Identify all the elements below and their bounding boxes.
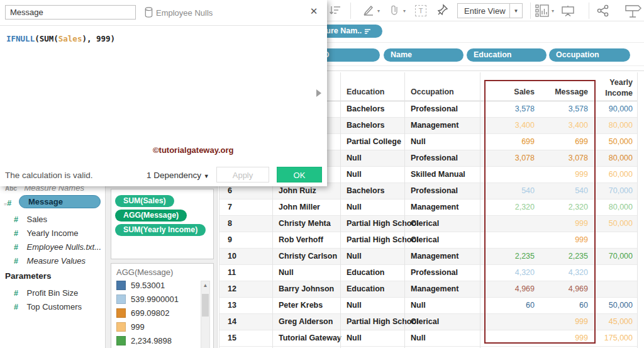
legend-item[interactable]: 999 [116, 322, 145, 332]
fit-selector[interactable]: Entire View ▼ [457, 3, 523, 18]
table-row[interactable]: 13Peter KrebsNullNull606050,000 [219, 298, 637, 314]
field-employee-nulls-txt-[interactable]: # Employee Nulls.txt... [14, 242, 101, 252]
cell-num: 13 [228, 301, 253, 310]
cell-occupation: Professional [411, 154, 458, 162]
row-pill-occupation[interactable]: Occupation [549, 48, 630, 62]
col-header-education[interactable]: Education [347, 87, 384, 96]
scrollbar-thumb[interactable] [202, 294, 209, 317]
highlight-pen-icon[interactable] [363, 4, 374, 16]
cell-income: 70,000 [591, 186, 633, 195]
show-cards-dropdown-icon[interactable]: ▾ [552, 8, 554, 14]
table-row[interactable]: 10Christy CarlsonNullManagement2,2352,23… [219, 249, 637, 265]
table-row[interactable]: 7John MillerNullManagement2,3202,32080,0… [219, 199, 637, 216]
formula-token: ) [82, 34, 87, 43]
table-row[interactable]: 11NullEducationProfessional4,3204,320 [219, 265, 637, 281]
row-pill-education[interactable]: Education [467, 48, 547, 62]
parameters-header: Parameters [5, 271, 52, 281]
cell-education: Null [347, 252, 362, 261]
watermark: ©tutorialgateway.org [153, 145, 234, 155]
table-row[interactable]: 15Tutorial GatewayNullNull999175,000 [219, 330, 637, 347]
apply-button[interactable]: Apply [216, 167, 269, 182]
cell-message: 60 [543, 301, 588, 310]
cell-education: Null [347, 301, 362, 310]
share-icon[interactable] [597, 4, 609, 17]
scroll-up-icon[interactable]: ▲ [201, 283, 209, 288]
cell-message: 2,320 [543, 203, 588, 211]
formula-editor[interactable]: IFNULL(SUM(Sales), 999) [6, 34, 115, 43]
legend-swatch [116, 281, 126, 290]
close-icon[interactable]: ✕ [307, 4, 321, 18]
marks-pills: SUM(Sales)AGG(Message)SUM(Yearly Income) [115, 195, 213, 236]
row-pill-name[interactable]: Name [384, 48, 464, 62]
table-row[interactable]: 8Christy MehtaPartial High SchoolClerica… [219, 216, 637, 232]
legend-label: 999 [131, 322, 145, 332]
formula-token: ( [53, 34, 58, 43]
cell-name: John Ruiz [279, 186, 316, 195]
pin-icon[interactable] [437, 4, 448, 16]
cell-name: Peter Krebs [279, 301, 323, 310]
legend-label: 539.9900001 [131, 295, 179, 304]
legend-item[interactable]: 59.53001 [116, 281, 165, 290]
col-header-income-line1[interactable]: Yearly [591, 78, 633, 87]
parameter-top-customers[interactable]: # Top Customers [14, 302, 82, 312]
legend-label: 59.53001 [131, 281, 165, 290]
cell-num: 8 [228, 219, 253, 228]
cell-sales: 2,320 [480, 203, 535, 211]
table-row[interactable]: 12Barry JohnsonEducationManagement4,9694… [219, 281, 637, 298]
legend-item[interactable]: 2,234.9898 [116, 336, 172, 345]
worksheet-top-border [325, 70, 644, 71]
attach-icon[interactable] [389, 4, 399, 16]
cell-sales: 3,400 [480, 121, 535, 130]
attach-dropdown-icon[interactable]: ▾ [403, 8, 406, 14]
cell-sales: 2,235 [480, 252, 535, 261]
legend-scrollbar[interactable]: ▲ ▼ [201, 281, 210, 348]
formula-token: IFNULL [6, 34, 35, 43]
parameter-label: Profit Bin Size [27, 288, 79, 298]
dialog-divider [0, 25, 327, 26]
cell-education: Null [347, 154, 362, 162]
cell-message: 4,320 [543, 268, 588, 277]
cell-income: 50,000 [591, 137, 633, 146]
toolbar-divider [589, 3, 589, 19]
col-header-occupation[interactable]: Occupation [411, 87, 454, 96]
grid-line [480, 72, 480, 348]
table-row[interactable]: 14Greg AldersonPartial High SchoolCleric… [219, 314, 637, 330]
legend-title: AGG(Message) [116, 267, 173, 277]
cell-name: Barry Johnson [279, 284, 334, 293]
tooltip-sign-icon[interactable] [625, 4, 644, 18]
table-row[interactable]: 9Rob VerhoffPartial High SchoolClerical9… [219, 232, 637, 249]
field-sales[interactable]: # Sales [14, 215, 47, 224]
show-cards-icon[interactable] [535, 4, 549, 17]
col-header-income-line2[interactable]: Income [591, 89, 633, 98]
legend-item[interactable]: 699.09802 [116, 308, 169, 318]
col-header-message[interactable]: Message [543, 87, 588, 96]
marks-pill-sum-yearly-income-[interactable]: SUM(Yearly Income) [115, 224, 206, 236]
field-yearly-income[interactable]: # Yearly Income [14, 228, 78, 238]
color-legend-card: AGG(Message) 59.53001 539.9900001 699.09… [111, 263, 214, 348]
legend-item[interactable]: 539.9900001 [116, 295, 179, 304]
col-header-sales[interactable]: Sales [480, 87, 535, 96]
marks-pill-sum-sales-[interactable]: SUM(Sales) [115, 195, 174, 207]
expand-arrow-icon[interactable] [316, 89, 321, 97]
calculation-name-input[interactable] [5, 5, 136, 20]
grid-line [404, 72, 405, 348]
cell-name: Null [279, 268, 294, 277]
ok-button[interactable]: OK [277, 167, 322, 182]
field-measure-values[interactable]: # Measure Values [14, 256, 86, 266]
cell-occupation: Null [411, 301, 426, 310]
fit-selector-dropdown-icon[interactable]: ▼ [509, 4, 522, 18]
measure-icon: # [14, 243, 18, 252]
field-message[interactable]: Message [19, 195, 101, 208]
sort-descending-icon[interactable] [330, 5, 342, 16]
marks-pill-agg-message-[interactable]: AGG(Message) [115, 210, 187, 222]
dependency-dropdown[interactable]: 1 Dependency ▼ [147, 171, 209, 180]
highlight-dropdown-icon[interactable]: ▾ [377, 8, 380, 14]
text-annotation-icon[interactable]: T [415, 5, 426, 16]
cell-sales: 3,078 [480, 154, 535, 162]
parameter-profit-bin-size[interactable]: # Profit Bin Size [14, 288, 78, 298]
cell-message: 699 [543, 137, 588, 146]
cell-education: Partial High School [347, 219, 419, 228]
validation-status: The calculation is valid. [5, 171, 93, 180]
presentation-mode-icon[interactable] [562, 5, 574, 16]
cell-education: Null [347, 203, 362, 211]
